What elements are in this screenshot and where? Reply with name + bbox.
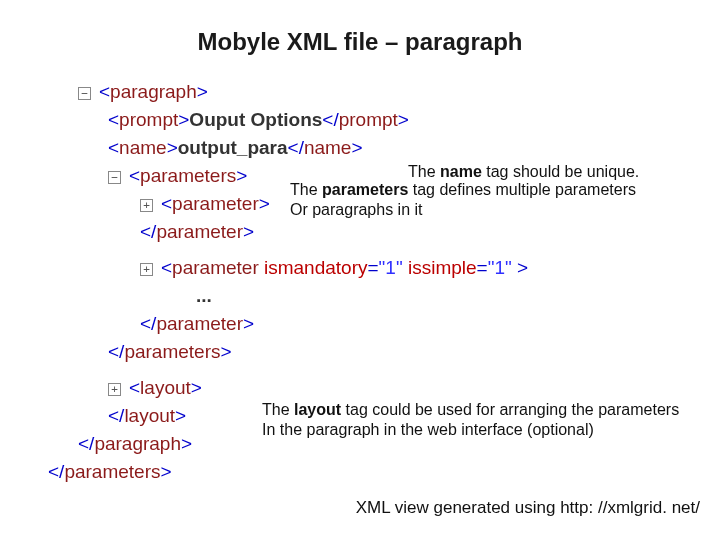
- xml-line-prompt: <prompt>Ouput Options</prompt>: [78, 106, 690, 134]
- xml-line-parameter1-close: </parameter>: [78, 218, 690, 246]
- collapse-icon[interactable]: −: [108, 171, 121, 184]
- xml-line-parameters-close: </parameters>: [78, 338, 690, 366]
- expand-icon[interactable]: +: [140, 199, 153, 212]
- xml-line-ellipsis: ...: [78, 282, 690, 310]
- xml-line-parameter2-close: </parameter>: [78, 310, 690, 338]
- xml-line-parameter2-open: +<parameter ismandatory="1" issimple="1"…: [78, 254, 690, 282]
- annotation-name: The name tag should be unique.: [408, 162, 639, 182]
- xml-line-name: <name>output_para</name>: [78, 134, 690, 162]
- page-title: Mobyle XML file – paragraph: [0, 28, 720, 56]
- expand-icon[interactable]: +: [108, 383, 121, 396]
- xml-line-paragraph-open: −<paragraph>: [78, 78, 690, 106]
- annotation-layout: The layout tag could be used for arrangi…: [262, 400, 712, 440]
- xml-line-layout-open: +<layout>: [78, 374, 690, 402]
- collapse-icon[interactable]: −: [78, 87, 91, 100]
- footer-text: XML view generated using http: //xmlgrid…: [356, 498, 700, 518]
- expand-icon[interactable]: +: [140, 263, 153, 276]
- xml-line-outer-parameters-close: </parameters>: [48, 458, 690, 486]
- annotation-parameters: The parameters tag defines multiple para…: [290, 180, 710, 220]
